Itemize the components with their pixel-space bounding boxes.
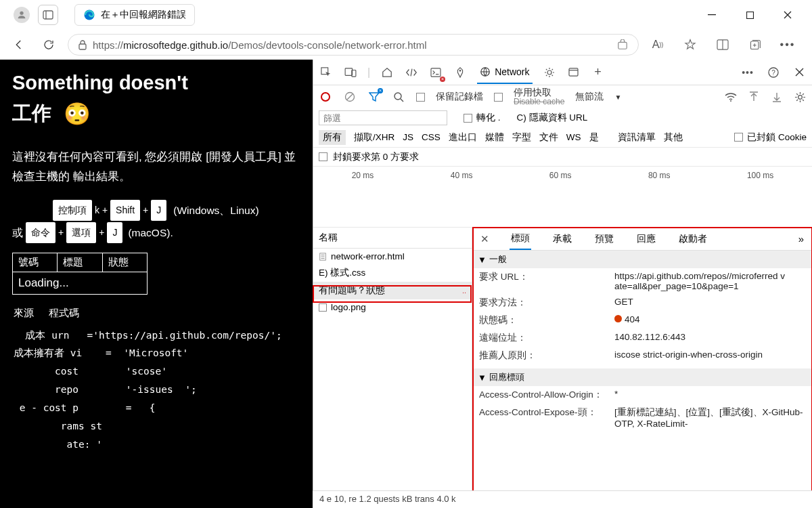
clear-button[interactable] [343,90,357,104]
filter-type-xhr[interactable]: 擷取/XHR [354,131,394,144]
preserve-log-label: 保留記錄檔 [436,91,483,103]
shortcut-row-mac: 或 命令+ 選項+ J (macOS). [12,222,300,243]
search-icon[interactable] [392,90,405,104]
back-button[interactable] [8,34,30,56]
request-row[interactable]: E) 樣式.css [313,264,472,282]
page-table: 號碼標題狀態 [12,253,148,272]
filter-type-media[interactable]: 媒體 [485,131,504,144]
settings-gear-icon[interactable] [793,90,807,104]
filter-toggle-icon[interactable]: × [367,90,381,104]
devtools-close-icon[interactable] [792,65,807,80]
wifi-icon[interactable] [724,90,738,104]
svg-point-0 [20,12,23,15]
devtools-more-icon[interactable]: ••• [740,65,755,80]
svg-rect-12 [345,68,353,75]
kv-request-url: 要求 URL：https://api.github.com/repos//mic… [472,268,812,294]
network-status-bar: 4 e 10, re 1.2 quests kB trans 4.0 k [313,490,812,508]
svg-rect-14 [431,68,441,76]
device-icon[interactable] [343,65,358,80]
hide-data-urls-label: C) 隱藏資料 URL [517,112,588,124]
filter-type-manifest[interactable]: 資訊清單 [618,131,656,144]
console-tab-icon[interactable]: × [428,65,443,80]
request-list-header: 名稱 [313,228,472,249]
tab-response[interactable]: 回應 [635,229,657,249]
throttle-select[interactable]: 無節流 [575,91,604,103]
svg-rect-6 [79,44,86,49]
request-list: 名稱 network-error.html E) 樣式.css 有問題嗎？狀態 … [313,228,472,508]
application-tab-icon[interactable] [566,65,581,80]
filter-type-js[interactable]: JS [403,132,413,142]
request-row[interactable]: network-error.html [313,249,472,264]
tab-actions-button[interactable] [38,5,58,25]
svg-rect-4 [708,14,716,15]
image-miss-icon [319,303,327,312]
url-text: https://microsoftedge.github.io/Demos/de… [93,39,427,51]
filter-type-img[interactable]: 進出口 [449,131,477,144]
filter-type-doc[interactable]: 文件 [539,131,558,144]
inspect-icon[interactable] [319,65,334,80]
collections-icon[interactable] [744,34,766,56]
svg-point-27 [798,95,802,99]
request-row-selected[interactable]: 有問題嗎？狀態 .. [313,282,472,299]
welcome-tab-icon[interactable] [380,65,394,80]
page-heading-line1: Something doesn't [12,70,300,96]
disable-cache-checkbox[interactable] [494,93,503,102]
filter-type-ws[interactable]: WS [566,132,581,142]
favorite-icon[interactable] [679,34,701,56]
split-screen-icon[interactable] [712,34,734,56]
svg-rect-1 [43,11,53,19]
svg-text:?: ? [771,69,775,77]
profile-avatar[interactable] [14,7,30,23]
block-3rd-party-checkbox[interactable] [319,152,328,161]
document-icon [319,253,327,261]
shopping-icon[interactable] [616,39,629,50]
window-close[interactable] [782,9,793,20]
sources-tab-icon[interactable] [453,65,468,80]
chevron-down-icon[interactable]: ▼ [614,93,621,101]
tab-title: 在＋中回報網路錯誤 [101,9,186,21]
edge-logo-icon [83,9,95,21]
read-aloud-icon[interactable]: A)) [647,34,669,56]
tab-initiator[interactable]: 啟動者 [677,229,708,249]
kv-referrer-policy: 推薦人原則：iscose strict-origin-when-cross-or… [472,347,812,364]
flushed-emoji-icon: 😳 [64,101,91,127]
network-timeline[interactable]: 20 ms 40 ms 60 ms 80 ms 100 ms [313,167,812,228]
performance-tab-icon[interactable] [542,65,557,80]
filter-input[interactable] [319,110,447,125]
tab-headers[interactable]: 標頭 [510,228,531,250]
devtools-help-icon[interactable]: ? [766,65,781,80]
general-section-header[interactable]: ▼一般 [472,251,812,268]
blocked-cookies-checkbox[interactable] [734,133,743,142]
tab-payload[interactable]: 承載 [551,229,573,249]
filter-type-other[interactable]: 其他 [664,131,683,144]
network-tab[interactable]: Network [477,61,532,84]
add-tab-icon[interactable]: + [591,65,606,80]
record-button[interactable] [319,90,332,104]
window-maximize[interactable] [744,9,755,20]
refresh-button[interactable] [38,34,60,56]
request-row[interactable]: logo.png [313,299,472,315]
kv-request-method: 要求方法：GET [472,294,812,312]
details-close-icon[interactable]: ✕ [480,233,489,245]
url-input[interactable]: https://microsoftedge.github.io/Demos/de… [68,34,639,56]
window-minimize[interactable] [706,9,717,20]
elements-tab-icon[interactable] [404,65,419,80]
invert-checkbox[interactable] [464,114,472,123]
filter-type-font[interactable]: 字型 [512,131,531,144]
browser-tab[interactable]: 在＋中回報網路錯誤 [74,4,195,26]
kv-remote-address: 遠端位址：140.82.112.6:443 [472,329,812,347]
status-error-icon [614,315,622,322]
request-details: ✕ 標頭 承載 預覽 回應 啟動者 » ▼一般 要求 URL：https://a… [472,228,812,508]
svg-rect-7 [618,42,627,49]
preserve-log-checkbox[interactable] [416,93,425,102]
filter-type-wasm[interactable]: 是 [589,131,599,144]
upload-icon[interactable] [747,90,761,104]
tab-preview[interactable]: 預覽 [593,229,615,249]
response-headers-section[interactable]: ▼回應標頭 [472,368,812,386]
filter-type-css[interactable]: CSS [422,132,441,142]
kv-ac-expose-headers: Access-Control-Expose-頭：[重新標記連結]、[位置]、[重… [472,404,812,431]
more-icon[interactable]: ••• [777,34,798,56]
download-icon[interactable] [770,90,784,104]
filter-type-all[interactable]: 所有 [319,130,346,145]
details-more-icon[interactable]: » [798,233,804,245]
